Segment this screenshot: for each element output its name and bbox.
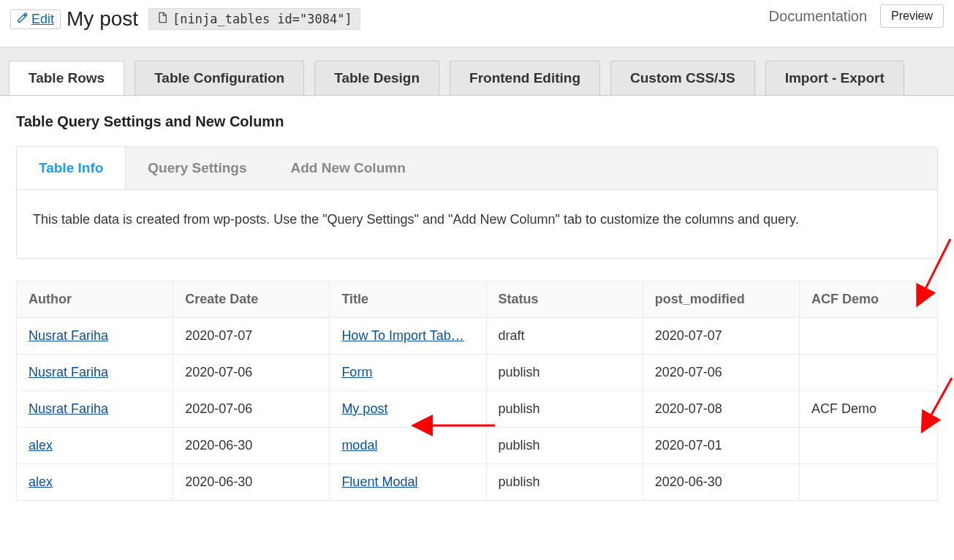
table-row: Nusrat Fariha2020-07-06My postpublish202… xyxy=(17,391,938,428)
table-body: Nusrat Fariha2020-07-07How To Import Tab… xyxy=(17,318,938,501)
table-row: alex2020-06-30modalpublish2020-07-01 xyxy=(17,428,938,464)
table-cell: Nusrat Fariha xyxy=(17,355,173,391)
table-cell: Nusrat Fariha xyxy=(17,318,173,355)
author-link[interactable]: Nusrat Fariha xyxy=(29,365,108,379)
table-cell xyxy=(799,318,937,355)
title-link[interactable]: How To Import Tab… xyxy=(341,328,463,343)
column-header[interactable]: Status xyxy=(486,281,643,318)
table-cell: publish xyxy=(486,428,643,464)
sub-tab-add-new-column[interactable]: Add New Column xyxy=(268,147,427,189)
column-header[interactable]: Title xyxy=(330,281,486,318)
table-header-row: AuthorCreate DateTitleStatuspost_modifie… xyxy=(17,281,938,318)
main-tab-custom-css-js[interactable]: Custom CSS/JS xyxy=(610,61,755,95)
table-cell: 2020-07-06 xyxy=(173,391,330,428)
main-tab-table-rows[interactable]: Table Rows xyxy=(9,61,124,95)
column-header[interactable]: ACF Demo xyxy=(799,281,937,318)
author-link[interactable]: alex xyxy=(29,474,53,489)
table-cell xyxy=(799,355,937,391)
column-header[interactable]: Author xyxy=(17,281,173,318)
table-cell: draft xyxy=(486,318,643,355)
header-right: Documentation Preview xyxy=(769,4,944,28)
author-link[interactable]: Nusrat Fariha xyxy=(29,328,108,343)
content-area: Table Query Settings and New Column Tabl… xyxy=(0,96,954,501)
title-link[interactable]: Fluent Modal xyxy=(341,474,417,489)
author-link[interactable]: alex xyxy=(29,438,53,453)
main-tab-import-export[interactable]: Import - Export xyxy=(765,61,904,95)
table-cell: publish xyxy=(486,355,643,391)
table-cell xyxy=(799,428,937,464)
page-header: Edit My post [ninja_tables id="3084"] Do… xyxy=(0,0,954,32)
table-cell: 2020-07-07 xyxy=(643,318,799,355)
main-tab-table-configuration[interactable]: Table Configuration xyxy=(135,61,304,95)
table-cell: publish xyxy=(486,391,643,428)
documentation-link[interactable]: Documentation xyxy=(769,8,868,25)
table-row: Nusrat Fariha2020-07-06Formpublish2020-0… xyxy=(17,355,938,391)
table-cell: 2020-06-30 xyxy=(173,428,330,464)
table-cell: 2020-07-01 xyxy=(643,428,799,464)
pencil-icon xyxy=(17,12,29,27)
data-table: AuthorCreate DateTitleStatuspost_modifie… xyxy=(16,281,938,501)
sub-tab-table-info[interactable]: Table Info xyxy=(17,147,126,189)
table-cell: 2020-07-06 xyxy=(173,355,330,391)
sub-panel: Table InfoQuery SettingsAdd New Column T… xyxy=(16,146,938,259)
table-cell: Nusrat Fariha xyxy=(17,391,173,428)
table-cell: 2020-07-07 xyxy=(173,318,330,355)
table-cell: How To Import Tab… xyxy=(330,318,486,355)
column-header[interactable]: Create Date xyxy=(173,281,330,318)
table-cell xyxy=(799,464,937,501)
author-link[interactable]: Nusrat Fariha xyxy=(29,401,108,416)
table-cell: 2020-06-30 xyxy=(173,464,330,501)
page-title: My post xyxy=(67,7,138,31)
main-tabbar: Table RowsTable ConfigurationTable Desig… xyxy=(0,47,954,96)
edit-button-label: Edit xyxy=(31,12,54,27)
table-cell: Fluent Modal xyxy=(330,464,486,501)
table-row: alex2020-06-30Fluent Modalpublish2020-06… xyxy=(17,464,938,501)
edit-button[interactable]: Edit xyxy=(10,10,61,29)
table-cell: modal xyxy=(330,428,486,464)
title-link[interactable]: Form xyxy=(341,365,372,379)
preview-button[interactable]: Preview xyxy=(880,4,944,28)
table-cell: alex xyxy=(17,464,173,501)
document-icon xyxy=(156,12,168,26)
shortcode-text: [ninja_tables id="3084"] xyxy=(173,12,352,26)
table-cell: 2020-06-30 xyxy=(643,464,799,501)
table-cell: ACF Demo xyxy=(799,391,937,428)
table-cell: Form xyxy=(330,355,486,391)
table-cell: 2020-07-06 xyxy=(643,355,799,391)
table-cell: publish xyxy=(486,464,643,501)
main-tab-table-design[interactable]: Table Design xyxy=(314,61,439,95)
main-tab-frontend-editing[interactable]: Frontend Editing xyxy=(450,61,600,95)
title-link[interactable]: modal xyxy=(341,438,377,453)
info-panel-body: This table data is created from wp-posts… xyxy=(17,190,937,258)
table-cell: My post xyxy=(330,391,486,428)
sub-tab-query-settings[interactable]: Query Settings xyxy=(126,147,268,189)
title-link[interactable]: My post xyxy=(341,401,387,416)
table-row: Nusrat Fariha2020-07-07How To Import Tab… xyxy=(17,318,938,355)
column-header[interactable]: post_modified xyxy=(643,281,799,318)
table-cell: 2020-07-08 xyxy=(643,391,799,428)
shortcode-badge[interactable]: [ninja_tables id="3084"] xyxy=(148,8,360,30)
section-title: Table Query Settings and New Column xyxy=(16,113,938,130)
sub-tabbar: Table InfoQuery SettingsAdd New Column xyxy=(17,147,937,190)
table-cell: alex xyxy=(17,428,173,464)
